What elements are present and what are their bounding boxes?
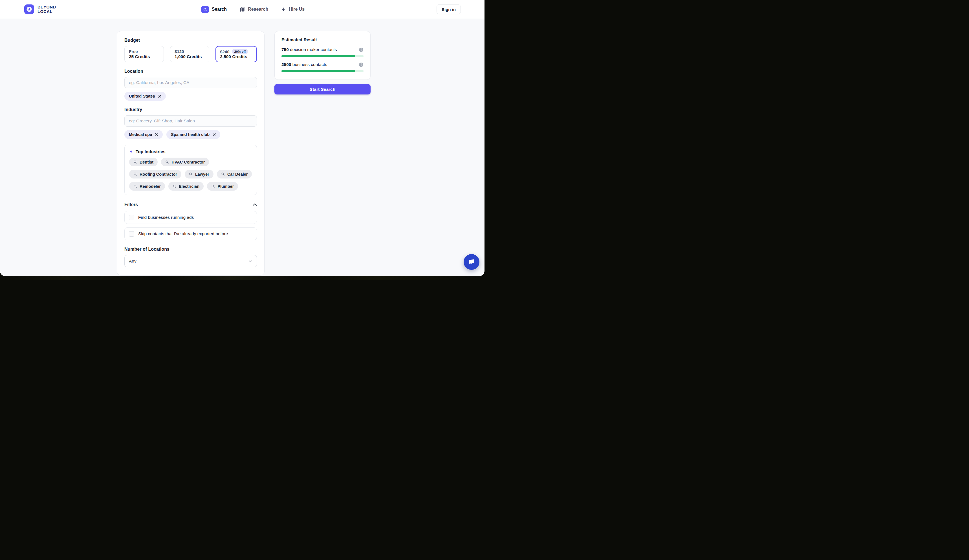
brand-name: BEYOND LOCAL xyxy=(38,5,56,13)
business-contacts-progress-bar xyxy=(281,70,363,72)
estimated-result-title: Estimated Result xyxy=(281,37,363,42)
budget-label: Budget xyxy=(124,38,257,43)
skip-exported-checkbox[interactable] xyxy=(129,231,134,237)
location-chips: United States xyxy=(124,91,257,101)
industry-chips: Medical spa Spa and health club xyxy=(124,130,257,139)
pill-label: Dentist xyxy=(140,160,153,165)
filter-option-running-ads[interactable]: Find businesses running ads xyxy=(124,211,257,224)
pill-label: Plumber xyxy=(217,184,234,189)
compass-logo-icon xyxy=(24,5,34,14)
select-value: Any xyxy=(129,259,137,264)
industry-suggestion-electrician[interactable]: Electrician xyxy=(168,182,204,191)
collapse-chevron-up-icon[interactable] xyxy=(252,203,257,206)
filter-option-skip-exported[interactable]: Skip contacts that I've already exported… xyxy=(124,227,257,240)
main-nav: Search Research xyxy=(201,0,305,18)
remove-chip-icon[interactable] xyxy=(213,133,216,136)
remove-chip-icon[interactable] xyxy=(155,133,158,136)
info-icon[interactable] xyxy=(359,47,363,52)
budget-price: Free xyxy=(129,49,138,54)
nav-label-hire-us: Hire Us xyxy=(289,7,305,12)
bolt-icon xyxy=(281,7,286,12)
start-search-button[interactable]: Start Search xyxy=(275,84,371,95)
budget-credits: 25 Credits xyxy=(129,54,159,59)
app-root: BEYOND LOCAL Search xyxy=(0,0,484,280)
filters-title: Filters xyxy=(124,202,138,208)
budget-options: Free 25 Credits $120 1,000 Credits $240 … xyxy=(124,46,257,62)
bolt-icon xyxy=(129,150,133,154)
decision-maker-progress-bar xyxy=(281,55,363,57)
chat-bubble-icon xyxy=(468,258,475,266)
industry-label: Industry xyxy=(124,107,257,113)
industry-input[interactable] xyxy=(124,115,257,126)
industry-chip-spa-health-club[interactable]: Spa and health club xyxy=(166,130,220,139)
brand-logo[interactable]: BEYOND LOCAL xyxy=(24,5,56,14)
search-icon xyxy=(201,6,209,13)
nav-item-search[interactable]: Search xyxy=(201,6,227,13)
industry-suggestion-hvac-contractor[interactable]: HVAC Contractor xyxy=(161,158,209,166)
business-contacts-estimate: 2500 business contacts xyxy=(281,62,363,72)
budget-option-120[interactable]: $120 1,000 Credits xyxy=(170,46,209,62)
pill-label: Electrician xyxy=(179,184,200,189)
map-icon xyxy=(240,7,245,12)
page: BEYOND LOCAL Search xyxy=(0,0,484,276)
chip-label: United States xyxy=(129,94,155,98)
pill-label: Roofing Contractor xyxy=(140,172,177,176)
running-ads-checkbox[interactable] xyxy=(129,215,134,220)
remove-chip-icon[interactable] xyxy=(158,95,162,98)
progress-fill xyxy=(281,70,355,72)
industry-suggestion-remodeler[interactable]: Remodeler xyxy=(129,182,165,191)
number-of-locations-label: Number of Locations xyxy=(124,246,257,252)
pill-label: Remodeler xyxy=(140,184,161,189)
budget-credits: 2,500 Credits xyxy=(220,54,252,59)
pill-label: HVAC Contractor xyxy=(171,160,205,165)
top-industries-title: Top Industries xyxy=(136,149,166,154)
number-of-locations-select[interactable]: Any xyxy=(124,255,257,267)
pill-label: Lawyer xyxy=(195,172,209,176)
budget-option-240-selected[interactable]: $240 20% off 2,500 Credits xyxy=(215,46,257,62)
chevron-down-icon xyxy=(248,260,252,263)
nav-label-research: Research xyxy=(248,7,268,12)
estimate-text: 750 decision maker contacts xyxy=(281,47,359,52)
search-form-card: Budget Free 25 Credits $120 1,000 Credit… xyxy=(117,31,265,276)
industry-suggestion-roofing-contractor[interactable]: Roofing Contractor xyxy=(129,170,181,178)
industry-suggestion-lawyer[interactable]: Lawyer xyxy=(185,170,213,178)
filter-label: Find businesses running ads xyxy=(138,215,194,220)
budget-option-free[interactable]: Free 25 Credits xyxy=(124,46,164,62)
industry-suggestion-dentist[interactable]: Dentist xyxy=(129,158,158,166)
chip-label: Spa and health club xyxy=(171,132,210,137)
discount-badge: 20% off xyxy=(232,49,248,54)
chip-label: Medical spa xyxy=(129,132,152,137)
progress-fill xyxy=(281,55,355,57)
below-fold-dark-section xyxy=(0,276,484,280)
header: BEYOND LOCAL Search xyxy=(0,0,484,19)
estimate-panel: Estimated Result 750 decision maker cont… xyxy=(275,31,371,95)
location-label: Location xyxy=(124,68,257,74)
budget-credits: 1,000 Credits xyxy=(175,54,205,59)
sign-in-button[interactable]: Sign in xyxy=(436,5,461,14)
estimate-text: 2500 business contacts xyxy=(281,62,359,67)
budget-price: $240 xyxy=(220,49,229,54)
top-industries-box: Top Industries Dentist HVAC Contractor xyxy=(124,145,257,195)
location-input[interactable] xyxy=(124,77,257,88)
nav-item-hire-us[interactable]: Hire Us xyxy=(281,7,305,12)
filter-label: Skip contacts that I've already exported… xyxy=(138,231,228,236)
nav-label-search: Search xyxy=(212,7,227,12)
estimated-result-card: Estimated Result 750 decision maker cont… xyxy=(275,31,371,80)
pill-label: Car Dealer xyxy=(227,172,248,176)
budget-price: $120 xyxy=(175,49,184,54)
info-icon[interactable] xyxy=(359,62,363,67)
industry-chip-medical-spa[interactable]: Medical spa xyxy=(124,130,163,139)
location-chip-united-states[interactable]: United States xyxy=(124,91,166,101)
decision-maker-estimate: 750 decision maker contacts xyxy=(281,47,363,57)
industry-suggestion-plumber[interactable]: Plumber xyxy=(207,182,238,191)
industry-suggestion-car-dealer[interactable]: Car Dealer xyxy=(217,170,252,178)
chat-launcher-button[interactable] xyxy=(464,254,480,270)
nav-item-research[interactable]: Research xyxy=(240,7,268,12)
